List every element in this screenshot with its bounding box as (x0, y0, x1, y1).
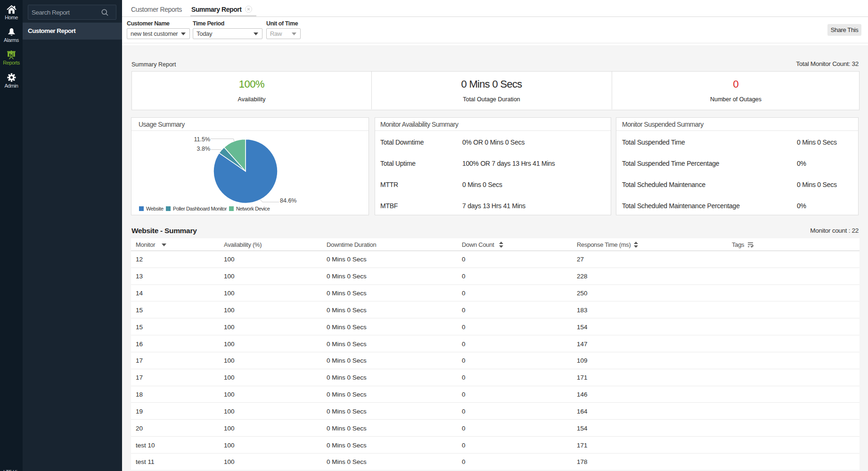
svg-text:Website: Website (146, 206, 164, 211)
svg-text:Poller Dashboard Monitor: Poller Dashboard Monitor (173, 206, 227, 211)
svg-text:84.6%: 84.6% (280, 197, 296, 204)
svg-text:Network Device: Network Device (236, 206, 270, 211)
svg-text:11.5%: 11.5% (194, 136, 210, 143)
svg-text:3.8%: 3.8% (197, 146, 211, 152)
